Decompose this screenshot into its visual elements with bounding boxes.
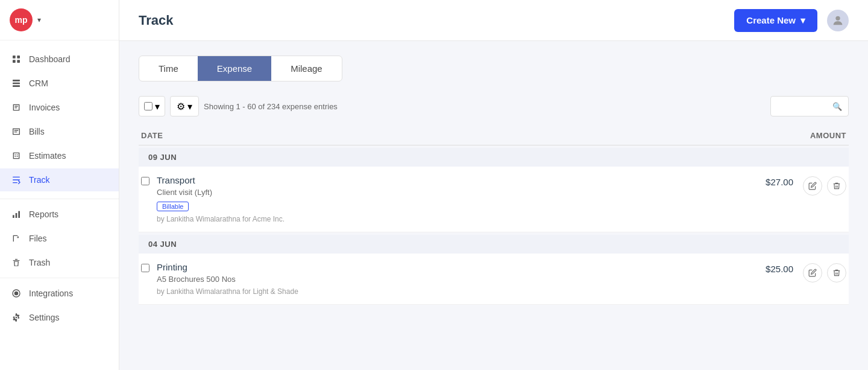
row-category: Printing — [157, 262, 745, 272]
sidebar-item-trash[interactable]: Trash — [0, 251, 119, 274]
gear-icon: ⚙ — [177, 101, 185, 112]
row-meta: by Lankitha Wimalarathna for Light & Sha… — [157, 287, 745, 296]
track-icon — [11, 174, 22, 185]
crm-icon — [11, 78, 22, 89]
table-header: Date Amount — [139, 126, 849, 145]
sidebar-item-settings[interactable]: Settings — [0, 306, 119, 329]
trash-icon — [11, 257, 22, 268]
sidebar-item-label-dashboard: Dashboard — [29, 54, 71, 64]
svg-rect-12 — [18, 211, 20, 218]
table-body: 09 JUN Transport Client visit (Lyft) Bil… — [139, 148, 849, 305]
row-info-1-0: Printing A5 Brochures 500 Nos by Lankith… — [157, 262, 745, 296]
sidebar-item-label-settings: Settings — [29, 313, 60, 322]
sidebar-nav-secondary: Reports Files Trash — [0, 199, 119, 278]
date-group-header-0: 09 JUN — [139, 148, 849, 167]
select-all-checkbox[interactable] — [144, 102, 153, 110]
tab-expense[interactable]: Expense — [198, 56, 271, 81]
tabs-container: TimeExpenseMileage — [139, 56, 342, 81]
integrations-icon — [11, 288, 22, 299]
svg-rect-10 — [13, 215, 14, 218]
header-right: Create New ▾ — [734, 9, 849, 32]
col-amount-header: Amount — [810, 131, 846, 140]
content-area: TimeExpenseMileage ▾ ⚙ ▾ Showing 1 - 60 … — [119, 41, 868, 370]
sidebar-item-label-track: Track — [29, 175, 49, 185]
reports-icon — [11, 209, 22, 220]
svg-point-14 — [835, 16, 840, 20]
svg-rect-9 — [13, 182, 17, 183]
estimates-icon — [11, 150, 22, 161]
sidebar-item-estimates[interactable]: Estimates — [0, 144, 119, 167]
row-meta: by Lankitha Wimalarathna for Acme Inc. — [157, 215, 745, 223]
sidebar-item-reports[interactable]: Reports — [0, 203, 119, 226]
edit-button-0-0[interactable] — [803, 176, 822, 196]
header: Track Create New ▾ — [119, 0, 868, 41]
tab-time[interactable]: Time — [139, 56, 198, 81]
sidebar-logo[interactable]: mp ▾ — [0, 0, 119, 40]
sidebar-item-label-integrations: Integrations — [29, 289, 73, 298]
col-date-header: Date — [141, 131, 163, 140]
row-info-0-0: Transport Client visit (Lyft) Billable b… — [157, 175, 745, 223]
row-category: Transport — [157, 175, 745, 185]
sidebar-item-dashboard[interactable]: Dashboard — [0, 48, 119, 71]
sidebar-item-label-invoices: Invoices — [29, 103, 60, 112]
billable-badge: Billable — [157, 202, 189, 211]
edit-button-1-0[interactable] — [803, 263, 822, 282]
delete-button-1-0[interactable] — [827, 263, 846, 282]
sidebar-item-bills[interactable]: Bills — [0, 120, 119, 143]
row-amount: $25.00 — [745, 264, 793, 274]
svg-rect-5 — [13, 83, 20, 85]
svg-rect-8 — [13, 179, 20, 180]
svg-rect-6 — [13, 85, 20, 87]
row-actions — [803, 176, 846, 196]
toolbar-left: ▾ ⚙ ▾ Showing 1 - 60 of 234 expense entr… — [139, 96, 338, 116]
sidebar-item-label-trash: Trash — [29, 258, 50, 267]
search-box[interactable]: 🔍 — [770, 96, 849, 116]
sidebar-item-crm[interactable]: CRM — [0, 72, 119, 95]
svg-rect-1 — [17, 56, 20, 59]
row-checkbox-0-0[interactable] — [141, 177, 149, 185]
sidebar: mp ▾ Dashboard CRM Invoices Bills Estima… — [0, 0, 119, 370]
sidebar-item-label-bills: Bills — [29, 127, 45, 136]
create-new-label: Create New — [746, 15, 796, 25]
sidebar-item-label-estimates: Estimates — [29, 151, 66, 161]
create-new-button[interactable]: Create New ▾ — [734, 9, 817, 32]
sidebar-item-label-reports: Reports — [29, 209, 58, 219]
tab-mileage[interactable]: Mileage — [271, 56, 342, 81]
user-avatar[interactable] — [827, 10, 849, 31]
sidebar-item-files[interactable]: Files — [0, 227, 119, 250]
row-actions — [803, 263, 846, 282]
create-new-chevron-icon: ▾ — [800, 15, 805, 26]
delete-button-0-0[interactable] — [827, 176, 846, 196]
logo-chevron-icon: ▾ — [37, 16, 41, 24]
checkbox-chevron-icon: ▾ — [155, 101, 160, 112]
settings-dropdown[interactable]: ⚙ ▾ — [170, 96, 199, 116]
svg-rect-2 — [13, 60, 16, 63]
svg-rect-11 — [16, 213, 17, 218]
search-icon: 🔍 — [832, 102, 842, 111]
toolbar: ▾ ⚙ ▾ Showing 1 - 60 of 234 expense entr… — [139, 96, 849, 116]
search-input[interactable] — [777, 102, 829, 111]
sidebar-item-label-files: Files — [29, 234, 47, 243]
svg-rect-4 — [13, 80, 20, 81]
gear-chevron-icon: ▾ — [187, 101, 192, 112]
select-all-checkbox-dropdown[interactable]: ▾ — [139, 96, 165, 116]
sidebar-item-invoices[interactable]: Invoices — [0, 96, 119, 119]
row-checkbox-1-0[interactable] — [141, 264, 149, 272]
dashboard-icon — [11, 54, 22, 65]
svg-rect-7 — [13, 177, 20, 177]
row-description: Client visit (Lyft) — [157, 188, 745, 197]
sidebar-item-track[interactable]: Track — [0, 168, 119, 191]
sidebar-item-integrations[interactable]: Integrations — [0, 282, 119, 305]
sidebar-nav-tertiary: Integrations Settings — [0, 278, 119, 333]
invoices-icon — [11, 102, 22, 113]
expense-table: Date Amount 09 JUN Transport Client visi… — [139, 126, 849, 305]
main-content: Track Create New ▾ TimeExpenseMileage ▾ … — [119, 0, 868, 370]
svg-rect-0 — [13, 56, 16, 59]
files-icon — [11, 233, 22, 244]
bills-icon — [11, 126, 22, 137]
page-title: Track — [139, 13, 174, 28]
sidebar-nav-primary: Dashboard CRM Invoices Bills Estimates T… — [0, 40, 119, 199]
row-description: A5 Brochures 500 Nos — [157, 275, 745, 284]
date-group-header-1: 04 JUN — [139, 235, 849, 254]
sidebar-item-label-crm: CRM — [29, 78, 48, 88]
